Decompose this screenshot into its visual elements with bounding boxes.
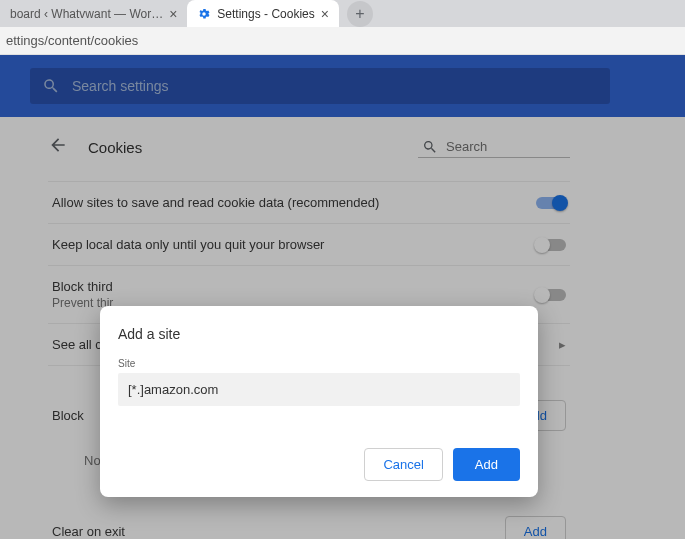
tab-title: Settings - Cookies (217, 7, 314, 21)
close-icon[interactable]: × (321, 6, 329, 22)
address-bar[interactable]: ettings/content/cookies (0, 27, 685, 55)
dialog-buttons: Cancel Add (118, 448, 520, 481)
content-area: Cookies Allow sites to save and read coo… (0, 55, 685, 539)
cancel-button[interactable]: Cancel (364, 448, 442, 481)
tab-whatvwant[interactable]: board ‹ Whatvwant — Wor… × (0, 0, 187, 27)
dialog-title: Add a site (118, 326, 520, 342)
tab-settings[interactable]: Settings - Cookies × (187, 0, 339, 27)
url-text: ettings/content/cookies (6, 33, 138, 48)
close-icon[interactable]: × (169, 6, 177, 22)
site-field-label: Site (118, 358, 520, 369)
tab-strip: board ‹ Whatvwant — Wor… × Settings - Co… (0, 0, 685, 27)
tab-title: board ‹ Whatvwant — Wor… (10, 7, 163, 21)
add-button[interactable]: Add (453, 448, 520, 481)
add-site-dialog: Add a site Site Cancel Add (100, 306, 538, 497)
gear-icon (197, 7, 211, 21)
site-input[interactable] (118, 373, 520, 406)
new-tab-button[interactable]: + (347, 1, 373, 27)
